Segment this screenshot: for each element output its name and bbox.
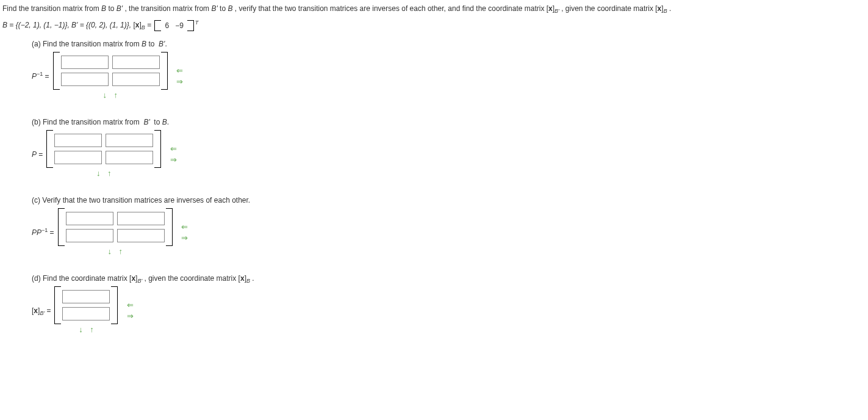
- bracket-right: [166, 208, 173, 246]
- stem-to: to: [108, 4, 116, 13]
- remove-row-icon[interactable]: ⇐: [167, 145, 179, 153]
- part-d-label: [x]B' =: [32, 306, 52, 315]
- given-matrix: 6 −9: [154, 20, 193, 31]
- remove-col-icon[interactable]: ↓: [94, 168, 102, 179]
- bracket-right: [154, 130, 161, 168]
- part-d-cell-2[interactable]: [62, 307, 110, 320]
- add-row-icon[interactable]: ⇒: [167, 156, 179, 164]
- given-T: T: [195, 20, 199, 26]
- part-a-block: (a) Find the transition matrix from B to…: [32, 40, 866, 101]
- part-d-cell-1[interactable]: [62, 290, 110, 303]
- stem-period: .: [669, 4, 671, 13]
- part-c-cells: [65, 208, 166, 246]
- part-d-col-arrows: ↓ ↑: [76, 324, 96, 335]
- bracket-left: [46, 130, 53, 168]
- add-col-icon[interactable]: ↑: [112, 90, 120, 101]
- add-row-icon[interactable]: ⇒: [174, 78, 186, 86]
- part-b-cell-11[interactable]: [54, 134, 102, 147]
- stem-text: Find the transition matrix from: [2, 4, 101, 13]
- given-v1: 6: [165, 21, 169, 30]
- part-b-cell-21[interactable]: [54, 151, 102, 164]
- part-d-row-arrows: ⇐ ⇒: [124, 301, 136, 320]
- bracket-left: [54, 286, 61, 324]
- part-c-text: (c) Verify that the two transition matri…: [32, 196, 866, 205]
- part-c-block: (c) Verify that the two transition matri…: [32, 196, 866, 257]
- part-b-cell-22[interactable]: [106, 151, 153, 164]
- given-line: B = {(−2, 1), (1, −1)}, B' = {(0, 2), (1…: [2, 20, 866, 31]
- part-c-cell-11[interactable]: [66, 212, 113, 225]
- remove-col-icon[interactable]: ↓: [101, 90, 109, 101]
- part-d-matrix-row: [x]B' = ↓ ↑ ⇐ ⇒: [32, 286, 866, 335]
- part-c-col-arrows: ↓ ↑: [106, 246, 125, 257]
- part-b-matrix-row: P = ↓ ↑ ⇐ ⇒: [32, 130, 866, 179]
- part-b-text: (b) Find the transition matrix from B' t…: [32, 118, 866, 126]
- bracket-right: [111, 286, 118, 324]
- add-col-icon[interactable]: ↑: [87, 324, 96, 335]
- part-a-col-arrows: ↓ ↑: [101, 90, 120, 101]
- add-col-icon[interactable]: ↑: [105, 168, 113, 179]
- part-c-cell-12[interactable]: [117, 212, 165, 225]
- part-b-block: (b) Find the transition matrix from B' t…: [32, 118, 866, 179]
- remove-row-icon[interactable]: ⇐: [174, 67, 186, 75]
- stem-given: , given the coordinate matrix: [561, 4, 655, 13]
- part-a-matrix-row: P−1 = ↓ ↑ ⇐ ⇒: [32, 52, 866, 101]
- remove-col-icon[interactable]: ↓: [106, 246, 114, 257]
- part-d-block: (d) Find the coordinate matrix [x]B' , g…: [32, 274, 866, 335]
- stem-xBprime: [x]B': [547, 4, 559, 13]
- part-a-label: P−1 =: [32, 72, 51, 81]
- add-row-icon[interactable]: ⇒: [179, 234, 191, 242]
- part-c-row-arrows: ⇐ ⇒: [179, 223, 191, 242]
- add-row-icon[interactable]: ⇒: [124, 312, 136, 320]
- part-a-cell-21[interactable]: [61, 73, 109, 86]
- given-Bprime: B' = {(0, 2), (1, 1)},: [71, 21, 133, 29]
- bracket-right: [161, 52, 168, 90]
- given-v2: −9: [175, 21, 184, 30]
- stem-Bprime: B': [117, 4, 123, 13]
- part-d-cells: [61, 286, 111, 324]
- part-b-label: P =: [32, 150, 44, 159]
- stem-mid2: to: [220, 4, 228, 13]
- part-c-matrix-row: PP−1 = ↓ ↑ ⇐ ⇒: [32, 208, 866, 257]
- part-c-cell-21[interactable]: [66, 229, 113, 242]
- bracket-left: [58, 208, 65, 246]
- part-a-text: (a) Find the transition matrix from B to…: [32, 40, 866, 48]
- part-c-label: PP−1 =: [32, 228, 56, 237]
- part-b-col-arrows: ↓ ↑: [94, 168, 113, 179]
- stem-B: B: [101, 4, 106, 13]
- remove-row-icon[interactable]: ⇐: [124, 301, 136, 310]
- stem-xB: [x]B: [655, 4, 667, 13]
- remove-row-icon[interactable]: ⇐: [179, 223, 191, 231]
- part-a-cell-11[interactable]: [61, 56, 109, 69]
- given-equals: =: [147, 21, 153, 29]
- stem-B2: B: [228, 4, 232, 13]
- part-c-cell-22[interactable]: [117, 229, 165, 242]
- remove-col-icon[interactable]: ↓: [76, 324, 85, 335]
- part-a-cell-22[interactable]: [112, 73, 160, 86]
- part-b-row-arrows: ⇐ ⇒: [167, 145, 179, 164]
- given-B: B = {(−2, 1), (1, −1)},: [2, 21, 71, 29]
- part-a-cells: [60, 52, 161, 90]
- part-a-cell-12[interactable]: [112, 56, 160, 69]
- bracket-left: [53, 52, 60, 90]
- stem-mid1: , the transition matrix from: [124, 4, 211, 13]
- stem-Bprime2: B': [211, 4, 217, 13]
- part-d-text: (d) Find the coordinate matrix [x]B' , g…: [32, 274, 866, 283]
- part-b-cell-12[interactable]: [106, 134, 153, 147]
- part-b-cells: [53, 130, 154, 168]
- stem-verify: , verify that the two transition matrice…: [235, 4, 547, 13]
- given-xB: [x]B: [133, 21, 145, 29]
- add-col-icon[interactable]: ↑: [117, 246, 125, 257]
- question-stem: Find the transition matrix from B to B' …: [2, 4, 866, 14]
- part-a-row-arrows: ⇐ ⇒: [174, 67, 186, 86]
